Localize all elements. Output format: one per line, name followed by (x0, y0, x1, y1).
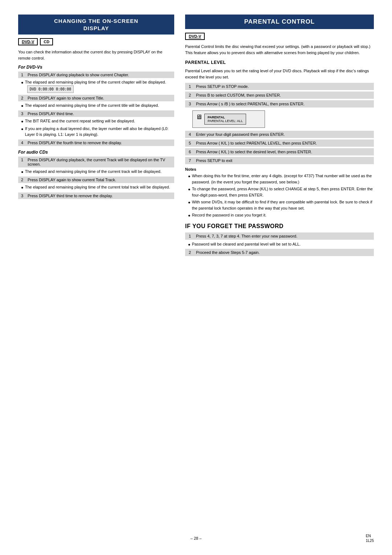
left-header-line2: DISPLAY (83, 25, 109, 31)
step-num: 1 (21, 73, 25, 77)
right-intro: Parental Control limits the disc viewing… (185, 44, 374, 56)
footer: – 28 – EN 1L25 (18, 536, 374, 540)
screen-icon: 🖥 (196, 114, 202, 120)
dvdvs-bullet-3: ● The BIT RATE and the current repeat se… (21, 118, 174, 125)
left-intro: You can check the information about the … (18, 49, 174, 61)
note-3: ● With some DVDs, it may be difficult to… (188, 199, 374, 211)
step-text: Press Arrow ( s /B ) to select PARENTAL,… (196, 102, 370, 106)
en-label: EN (366, 534, 374, 538)
bullet-dot: ● (21, 80, 24, 93)
step-num: 3 (21, 112, 25, 116)
left-column: CHANGING THE ON-SCREEN DISPLAY DVD-V CD … (18, 15, 174, 529)
notes-title: Notes (185, 167, 374, 171)
screen-icon-area: 🖥 PARENTAL PARENTAL LEVEL: ALL (196, 114, 262, 125)
left-section-header: CHANGING THE ON-SCREEN DISPLAY (18, 15, 174, 35)
step-text: Press SETUP to exit (196, 158, 370, 163)
bullet-dot: ● (21, 103, 24, 109)
step-num: 4 (189, 132, 193, 137)
left-header-line1: CHANGING THE ON-SCREEN (54, 18, 138, 24)
note-1: ● When doing this for the first time, en… (188, 173, 374, 185)
bullet-dot: ● (21, 118, 24, 125)
bullet-text: The elapsed and remaining playing time o… (25, 79, 174, 93)
step-text: Press Arrow ( K/L ) to select PARENTAL L… (196, 141, 370, 145)
step-num: 1 (189, 234, 193, 238)
step-num: 2 (189, 93, 193, 97)
step-text: Press Arrow ( K/L ) to select the desire… (196, 150, 370, 154)
step-text: Press DISPLAY again to show current Titl… (28, 96, 171, 100)
bullet-text: The BIT RATE and the current repeat sett… (25, 118, 135, 125)
step-num: 2 (21, 178, 25, 182)
right-step-6: 6 Press Arrow ( K/L ) to select the desi… (185, 148, 374, 155)
forget-bullet: ● Password will be cleared and parental … (188, 241, 374, 248)
forget-step-2: 2 Proceed the above Steps 5-7 again. (185, 249, 374, 256)
step-num: 6 (189, 150, 193, 154)
screen-label: PARENTAL (208, 116, 243, 119)
note-4: ● Record the password in case you forget… (188, 212, 374, 219)
right-badge-row: DVD-V (185, 33, 374, 40)
step-num: 3 (189, 102, 193, 106)
cd-badge: CD (40, 38, 53, 45)
dvdvs-bullet-4: ● If you are playing a dual layered disc… (21, 126, 174, 138)
step-text: Enter your four-digit password then pres… (196, 132, 370, 137)
note-2: ● To change the password, press Arrow (K… (188, 186, 374, 198)
step-num: 2 (189, 250, 193, 255)
dvdvs-bullet-1: ● The elapsed and remaining playing time… (21, 79, 174, 93)
step-text: Press 4, 7, 3, 7 at step 4. Then enter y… (196, 234, 370, 238)
version-label: 1L25 (366, 538, 374, 543)
bullet-dot: ● (188, 173, 191, 185)
forget-header: If You Forget the Password (185, 223, 374, 230)
step-num: 2 (21, 96, 25, 100)
bullet-text: The elapsed and remaining playing time o… (25, 184, 170, 191)
audio-step-3: 3 Press DISPLAY third time to remove the… (18, 193, 174, 199)
parental-screen-mockup: 🖥 PARENTAL PARENTAL LEVEL: ALL (192, 110, 265, 128)
bullet-dot: ● (21, 169, 24, 175)
step-text: Press SETUP in STOP mode. (196, 84, 370, 89)
step-text: Press DISPLAY third time to remove the d… (28, 194, 171, 198)
right-section-header: PARENTAL CONTROL (185, 15, 374, 29)
bullet-text: The elapsed and remaining playing time o… (25, 169, 162, 175)
audio-step-2: 2 Press DISPLAY again to show current To… (18, 177, 174, 183)
step-num: 1 (21, 158, 25, 166)
right-step-5: 5 Press Arrow ( K/L ) to select PARENTAL… (185, 139, 374, 147)
dvdvs-step-3: 3 Press DISPLAY third time. (18, 110, 174, 117)
display-box: DVD 0:00:00 0:00:00 (27, 85, 74, 93)
audio-cds-header: For audio CDs (18, 150, 174, 155)
note-text: To change the password, press Arrow (K/L… (192, 186, 374, 198)
step-num: 1 (189, 84, 193, 89)
step-text: Press DISPLAY the fourth time to remove … (28, 141, 171, 145)
bullet-text: Password will be cleared and parental le… (192, 241, 301, 248)
bullet-dot: ● (188, 186, 191, 198)
bullet-text: The elapsed and remaining playing time o… (25, 102, 159, 109)
step-text: Press DISPLAY third time. (28, 112, 171, 116)
note-text: When doing this for the first time, ente… (192, 173, 374, 185)
footer-en: EN 1L25 (366, 534, 374, 543)
dvdvs-header: For DVD-Vs (18, 65, 174, 70)
step-num: 7 (189, 158, 193, 163)
bullet-dot: ● (188, 212, 191, 219)
bullet-text: If you are playing a dual layered disc, … (25, 126, 174, 138)
right-step-3: 3 Press Arrow ( s /B ) to select PARENTA… (185, 100, 374, 108)
audio-bullet-2: ● The elapsed and remaining playing time… (21, 184, 174, 191)
step-num: 4 (21, 141, 25, 145)
parental-level-title: PARENTAL LEVEL (185, 60, 374, 65)
bullet-dot: ● (188, 199, 191, 211)
bullet-dot: ● (188, 242, 191, 248)
dvdvs-step-1: 1 Press DISPLAY during playback to show … (18, 72, 174, 78)
right-step-2: 2 Press B to select CUSTOM, then press E… (185, 92, 374, 99)
dvdv-badge: DVD-V (18, 38, 38, 45)
audio-step-1: 1 Press DISPLAY during playback, the cur… (18, 157, 174, 167)
audio-bullet-1: ● The elapsed and remaining playing time… (21, 169, 174, 175)
dvdvs-step-2: 2 Press DISPLAY again to show current Ti… (18, 95, 174, 101)
page: CHANGING THE ON-SCREEN DISPLAY DVD-V CD … (0, 0, 392, 555)
dvdvs-step-4: 4 Press DISPLAY the fourth time to remov… (18, 139, 174, 146)
screen-level: PARENTAL LEVEL: ALL (208, 119, 243, 123)
right-dvdv-badge: DVD-V (185, 33, 205, 40)
right-step-4: 4 Enter your four-digit password then pr… (185, 131, 374, 138)
screen-mockup-inner: PARENTAL PARENTAL LEVEL: ALL (204, 114, 246, 125)
bullet-dot: ● (21, 126, 24, 138)
step-text: Press DISPLAY during playback to show cu… (28, 73, 171, 77)
step-text: Proceed the above Steps 5-7 again. (196, 250, 370, 255)
bullet-dot: ● (21, 185, 24, 191)
right-step-1: 1 Press SETUP in STOP mode. (185, 83, 374, 90)
step-num: 5 (189, 141, 193, 145)
